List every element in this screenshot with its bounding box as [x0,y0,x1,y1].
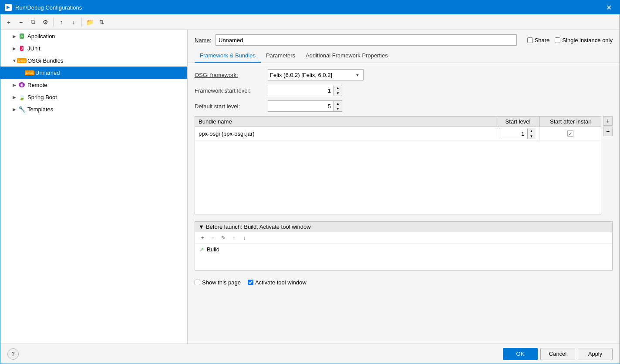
sidebar-item-junit[interactable]: ▶ J JUnit [0,42,187,54]
sidebar-item-unnamed[interactable]: OSG Unnamed [0,67,187,79]
apply-button[interactable]: Apply [578,348,613,360]
tab-content-framework: OSGi framework: Felix (6.0.2) [Felix, 6.… [188,63,620,344]
sidebar-item-remote[interactable]: ▶ ◉ Remote [0,79,187,91]
toolbar: + − ⧉ ⚙ ↑ ↓ 📁 ⇅ [0,14,620,30]
tree-toggle-application: ▶ [11,33,18,40]
default-start-level-down[interactable]: ▼ [334,106,342,111]
add-config-button[interactable]: + [3,17,14,28]
bundle-start-spinner: ▲ ▼ [501,128,536,139]
tabs: Framework & Bundles Parameters Additiona… [188,49,620,63]
sidebar-item-templates[interactable]: ▶ 🔧 Templates [0,103,187,115]
framework-start-level-label: Framework start level: [195,87,264,94]
move-down-button[interactable]: ↓ [68,17,79,28]
bundle-table: Bundle name Start level Start after inst… [195,116,601,214]
before-launch-label: Before launch: Build, Activate tool wind… [206,224,311,230]
single-instance-checkbox[interactable] [555,37,560,43]
folder-button[interactable]: 📁 [84,17,95,28]
remove-config-button[interactable]: − [15,17,27,28]
toolbar-separator-1 [53,18,54,27]
default-start-level-label: Default start level: [195,103,264,110]
before-launch-edit[interactable]: ✎ [219,233,228,243]
copy-config-button[interactable]: ⧉ [27,17,39,28]
name-label: Name: [195,37,212,43]
cancel-button[interactable]: Cancel [540,348,575,360]
sidebar-item-application[interactable]: ▶ A Application [0,30,187,42]
title-bar-left: Run/Debug Configurations [5,4,82,11]
sidebar-item-springboot[interactable]: ▶ 🍃 Spring Boot [0,91,187,103]
framework-start-level-down[interactable]: ▼ [334,90,342,96]
osgi-framework-label: OSGi framework: [195,72,264,78]
sort-button[interactable]: ⇅ [96,17,108,28]
before-launch-down[interactable]: ↓ [239,233,249,243]
activate-window-text: Activate tool window [255,279,307,286]
bundle-start-input[interactable] [501,128,527,139]
name-input[interactable] [216,34,517,46]
run-debug-dialog: Run/Debug Configurations ✕ + − ⧉ ⚙ ↑ ↓ 📁… [0,0,620,364]
sidebar-item-osgi[interactable]: ▼ OSG OSGi Bundles [0,54,187,67]
activate-window-label[interactable]: Activate tool window [248,279,307,286]
single-instance-checkbox-label[interactable]: Single instance only [555,37,613,43]
close-button[interactable]: ✕ [603,2,615,13]
tree-toggle-junit: ▶ [11,45,18,52]
bundle-side-buttons: + − [603,116,613,214]
app-icon [5,4,12,11]
bundle-row[interactable]: ppx-osgi (ppx-osgi.jar) ▲ ▼ [195,127,601,140]
templates-label: Templates [27,106,53,113]
junit-label: JUnit [27,45,40,52]
before-launch-item[interactable]: ↗ Build [195,245,612,254]
window-title: Run/Debug Configurations [15,4,82,11]
remote-label: Remote [27,82,47,88]
main-content: ▶ A Application ▶ J JUnit ▼ OSG OSGi Bun… [0,30,620,344]
before-launch-header[interactable]: ▼ Before launch: Build, Activate tool wi… [195,222,612,232]
name-row: Name: Share Single instance only [188,30,620,49]
ok-button[interactable]: OK [503,348,538,360]
framework-start-level-up[interactable]: ▲ [334,85,342,90]
springboot-label: Spring Boot [27,94,57,100]
osgi-icon: OSG [18,57,26,63]
sidebar: ▶ A Application ▶ J JUnit ▼ OSG OSGi Bun… [0,30,188,344]
share-checkbox-label[interactable]: Share [527,37,550,43]
framework-start-level-input[interactable] [268,85,334,96]
unnamed-label: Unnamed [35,70,60,76]
tab-framework[interactable]: Framework & Bundles [195,49,261,63]
share-checkbox[interactable] [527,37,533,43]
bundle-add-button[interactable]: + [603,116,613,126]
before-launch-section: ▼ Before launch: Build, Activate tool wi… [195,221,613,270]
osgi-framework-select[interactable]: Felix (6.0.2) [Felix, 6.0.2] ▼ [268,69,364,80]
framework-start-level-btns: ▲ ▼ [334,85,342,96]
collapse-icon: ▼ [199,224,204,230]
col-start-after: Start after install [540,117,601,127]
bundle-table-area: ppx-osgi (ppx-osgi.jar) ▲ ▼ [195,127,601,214]
bundle-start-up[interactable]: ▲ [528,128,536,134]
help-button[interactable]: ? [7,348,19,360]
single-instance-label: Single instance only [562,37,613,43]
bundle-table-wrapper: Bundle name Start level Start after inst… [195,116,601,214]
tab-parameters[interactable]: Parameters [261,49,300,63]
bundle-remove-button[interactable]: − [603,127,613,136]
show-page-text: Show this page [202,279,241,286]
combo-arrow-icon: ▼ [354,73,361,77]
default-start-level-btns: ▲ ▼ [334,101,342,111]
default-start-level-input[interactable] [268,101,334,111]
default-start-level-up[interactable]: ▲ [334,101,342,106]
move-up-button[interactable]: ↑ [56,17,67,28]
show-page-label[interactable]: Show this page [195,279,241,286]
bundle-start-down[interactable]: ▼ [528,134,536,139]
before-launch-up[interactable]: ↑ [229,233,239,243]
tree-toggle-templates: ▶ [11,106,18,113]
templates-icon: 🔧 [18,106,26,112]
before-launch-remove[interactable]: − [208,233,218,243]
before-launch-toolbar: + − ✎ ↑ ↓ [195,232,612,244]
bundle-after-checkbox[interactable] [567,130,573,137]
show-page-checkbox[interactable] [195,280,200,285]
bottom-checkboxes: Show this page Activate tool window [195,276,613,289]
bundle-cell-name: ppx-osgi (ppx-osgi.jar) [195,129,496,139]
dialog-footer: ? OK Cancel Apply [0,344,620,364]
before-launch-add[interactable]: + [198,233,207,243]
bundle-section: Bundle name Start level Start after inst… [195,116,613,214]
settings-button[interactable]: ⚙ [40,17,51,28]
tab-additional[interactable]: Additional Framework Properties [300,49,393,63]
activate-window-checkbox[interactable] [248,280,253,285]
junit-icon: J [18,45,26,51]
osgi-framework-value: Felix (6.0.2) [Felix, 6.0.2] [270,72,354,78]
